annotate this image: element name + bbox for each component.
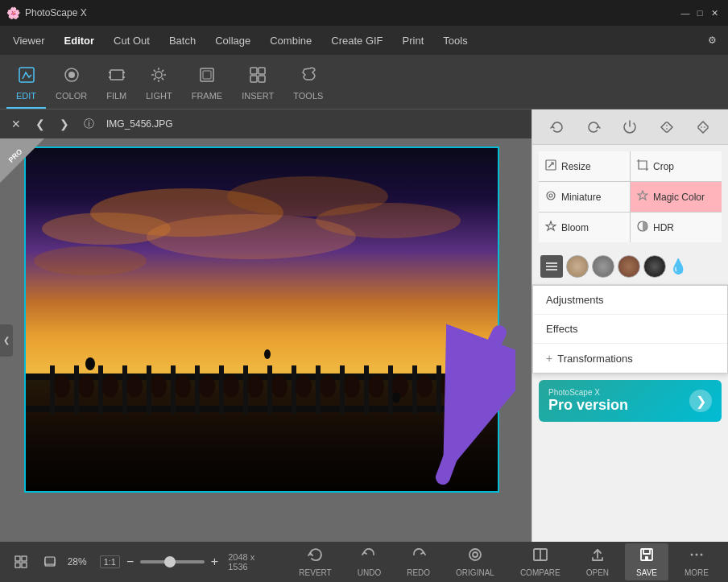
more-button[interactable]: MORE bbox=[675, 543, 718, 580]
tab-edit[interactable]: EDIT bbox=[6, 61, 46, 109]
crop-button[interactable]: Crop bbox=[631, 151, 722, 181]
pro-banner[interactable]: PhotoScape X Pro version ❯ bbox=[539, 380, 722, 422]
tab-tools-label: TOOLS bbox=[293, 91, 323, 101]
tab-film[interactable]: FILM bbox=[97, 61, 136, 109]
title-bar: 🌸 PhotoScape X — □ ✕ bbox=[0, 0, 728, 26]
redo-button[interactable]: REDO bbox=[397, 543, 440, 580]
open-button[interactable]: OPEN bbox=[577, 543, 618, 580]
filter-dropper[interactable]: 💧 bbox=[669, 255, 682, 278]
svg-rect-44 bbox=[267, 365, 272, 414]
tab-tools[interactable]: TOOLS bbox=[283, 61, 333, 109]
svg-rect-41 bbox=[195, 365, 200, 414]
svg-point-63 bbox=[296, 375, 312, 398]
open-icon bbox=[589, 547, 606, 567]
zoom-minus-button[interactable]: − bbox=[126, 555, 134, 569]
zoom-thumb[interactable] bbox=[164, 556, 176, 568]
prev-image-button[interactable]: ❮ bbox=[31, 114, 50, 134]
tab-edit-label: EDIT bbox=[16, 91, 36, 101]
original-button[interactable]: ORIGINAL bbox=[446, 543, 504, 580]
svg-point-53 bbox=[54, 375, 70, 398]
insert-tab-icon bbox=[249, 66, 267, 88]
panel-collapse-button[interactable]: ❮ bbox=[0, 324, 13, 357]
zoom-plus-button[interactable]: + bbox=[211, 555, 218, 569]
svg-rect-17 bbox=[201, 68, 213, 81]
close-image-button[interactable]: ✕ bbox=[6, 114, 26, 134]
menu-cutout[interactable]: Cut Out bbox=[104, 30, 159, 52]
menu-print[interactable]: Print bbox=[393, 30, 434, 52]
tab-color[interactable]: COLOR bbox=[46, 61, 97, 109]
adjustments-item[interactable]: Adjustments bbox=[533, 286, 727, 314]
tab-frame-label: FRAME bbox=[192, 91, 223, 101]
tab-light[interactable]: LIGHT bbox=[136, 61, 181, 109]
info-button[interactable]: ⓘ bbox=[79, 114, 98, 134]
pro-version-label: Pro version bbox=[548, 397, 628, 414]
save-button[interactable]: SAVE bbox=[625, 543, 668, 580]
transformations-item[interactable]: + Transformations bbox=[533, 344, 727, 373]
bloom-icon bbox=[545, 221, 556, 234]
svg-point-57 bbox=[151, 375, 167, 398]
menu-editor[interactable]: Editor bbox=[55, 30, 105, 52]
filter-warm[interactable] bbox=[566, 255, 589, 278]
zoom-ratio[interactable]: 1:1 bbox=[100, 555, 120, 568]
rotate-cw-button[interactable] bbox=[581, 114, 606, 140]
adjustments-label: Adjustments bbox=[546, 294, 604, 306]
svg-rect-51 bbox=[436, 365, 441, 414]
revert-button[interactable]: REVERT bbox=[289, 543, 341, 580]
menu-viewer[interactable]: Viewer bbox=[3, 30, 55, 52]
close-button[interactable]: ✕ bbox=[707, 6, 722, 20]
svg-point-56 bbox=[126, 375, 143, 398]
effects-label: Effects bbox=[546, 323, 578, 335]
magic-color-button[interactable]: Magic Color bbox=[631, 182, 722, 212]
app-icon: 🌸 bbox=[6, 6, 20, 19]
minimize-button[interactable]: — bbox=[678, 6, 693, 20]
hdr-button[interactable]: HDR bbox=[631, 213, 722, 242]
svg-rect-86 bbox=[15, 556, 20, 561]
svg-point-80 bbox=[549, 194, 552, 197]
frame-tab-icon bbox=[198, 66, 216, 88]
menu-combine[interactable]: Combine bbox=[260, 30, 321, 52]
crop-label: Crop bbox=[653, 161, 674, 172]
svg-rect-49 bbox=[388, 365, 393, 414]
svg-point-92 bbox=[469, 549, 481, 560]
tab-insert[interactable]: INSERT bbox=[232, 61, 283, 109]
next-image-button[interactable]: ❯ bbox=[55, 114, 74, 134]
open-label: OPEN bbox=[586, 568, 609, 577]
resize-button[interactable]: Resize bbox=[539, 151, 630, 181]
rotate-180-button[interactable] bbox=[617, 114, 643, 140]
filter-gray[interactable] bbox=[592, 255, 614, 278]
function-grid: Resize Crop Miniature Magic Color bbox=[539, 151, 722, 242]
miniature-button[interactable]: Miniature bbox=[539, 182, 630, 212]
svg-point-99 bbox=[696, 554, 698, 556]
svg-rect-43 bbox=[243, 365, 248, 414]
flip-h-button[interactable] bbox=[654, 114, 680, 140]
filter-dark[interactable] bbox=[643, 255, 666, 278]
more-icon bbox=[689, 547, 705, 567]
pro-arrow-button[interactable]: ❯ bbox=[689, 390, 712, 412]
menu-collage[interactable]: Collage bbox=[205, 30, 260, 52]
compare-button[interactable]: COMPARE bbox=[511, 543, 570, 580]
undo-button[interactable]: UNDO bbox=[348, 543, 391, 580]
settings-icon[interactable]: ⚙ bbox=[700, 30, 725, 51]
filter-menu-button[interactable] bbox=[540, 255, 563, 278]
layers-button[interactable] bbox=[39, 551, 61, 573]
menu-creategif[interactable]: Create GIF bbox=[321, 30, 392, 52]
filter-brown[interactable] bbox=[618, 255, 640, 278]
bloom-label: Bloom bbox=[561, 222, 589, 233]
bloom-button[interactable]: Bloom bbox=[539, 213, 630, 242]
rotate-ccw-button[interactable] bbox=[544, 114, 570, 140]
tab-frame[interactable]: FRAME bbox=[182, 61, 233, 109]
miniature-icon bbox=[545, 190, 556, 204]
tab-bar: EDIT COLOR FILM LIGHT FRAME INSERT TOO bbox=[0, 55, 728, 109]
effects-item[interactable]: Effects bbox=[533, 315, 727, 343]
menu-tools[interactable]: Tools bbox=[433, 30, 477, 52]
undo-label: UNDO bbox=[358, 568, 381, 577]
svg-rect-4 bbox=[109, 72, 111, 73]
maximize-button[interactable]: □ bbox=[693, 6, 707, 20]
svg-point-65 bbox=[344, 375, 360, 398]
zoom-slider[interactable] bbox=[140, 560, 205, 563]
svg-point-55 bbox=[102, 375, 118, 398]
grid-button[interactable] bbox=[10, 551, 32, 573]
menu-batch[interactable]: Batch bbox=[159, 30, 205, 52]
flip-v-button[interactable] bbox=[690, 114, 716, 140]
tab-insert-label: INSERT bbox=[242, 91, 274, 101]
